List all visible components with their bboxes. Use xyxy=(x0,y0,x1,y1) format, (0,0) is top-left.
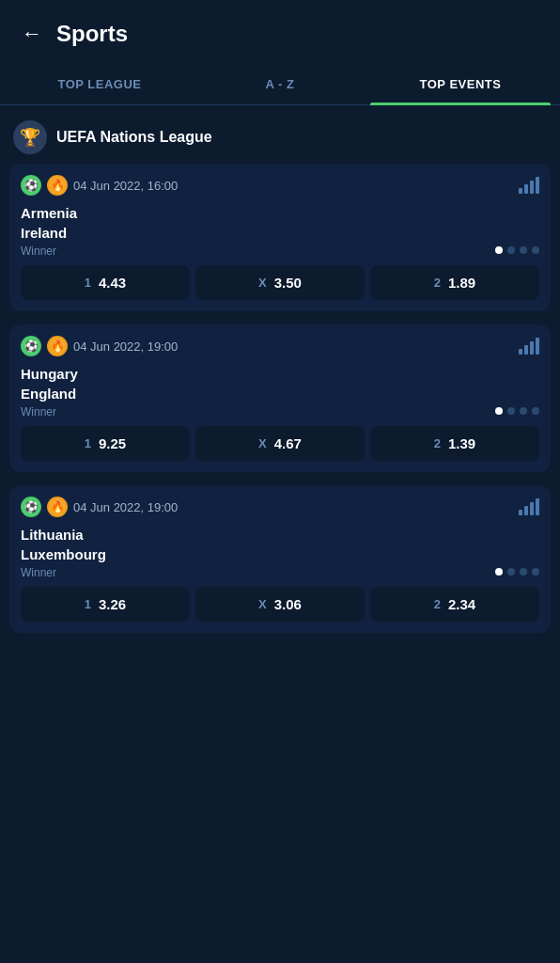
odds-button-3[interactable]: 2 2.34 xyxy=(370,587,539,622)
market-label: Winner xyxy=(21,405,56,418)
team1-name: Lithuania xyxy=(21,527,539,543)
dot-4 xyxy=(532,568,539,576)
league-name: UEFA Nations League xyxy=(56,129,212,146)
team1-name: Armenia xyxy=(21,205,539,221)
odds-value-2: 3.50 xyxy=(274,275,302,291)
stats-icon[interactable] xyxy=(519,177,539,194)
event-time: 04 Jun 2022, 16:00 xyxy=(73,179,178,193)
odds-value-1: 4.43 xyxy=(99,275,126,291)
tab-top-league[interactable]: TOP LEAGUE xyxy=(9,64,190,104)
stats-bar-1 xyxy=(519,349,522,355)
event-time: 04 Jun 2022, 19:00 xyxy=(73,339,178,354)
odds-label-1: 1 xyxy=(85,276,91,290)
dot-3 xyxy=(520,568,527,576)
team2-name: Luxembourg xyxy=(21,546,539,562)
event-time: 04 Jun 2022, 19:00 xyxy=(73,500,178,514)
back-arrow-icon: ← xyxy=(22,22,42,46)
odds-button-1[interactable]: 1 4.43 xyxy=(21,265,190,300)
odds-button-3[interactable]: 2 1.39 xyxy=(370,426,539,461)
tab-a-z[interactable]: A - Z xyxy=(190,64,370,104)
stats-bar-3 xyxy=(530,181,534,194)
stats-icon[interactable] xyxy=(519,338,539,355)
odds-label-3: 2 xyxy=(434,597,441,611)
back-button[interactable]: ← xyxy=(15,17,49,51)
odds-label-1: 1 xyxy=(85,597,91,611)
stats-bar-1 xyxy=(519,188,522,194)
tabs-bar: TOP LEAGUE A - Z TOP EVENTS xyxy=(0,64,560,105)
stats-bar-2 xyxy=(524,506,528,515)
pagination-dots xyxy=(495,407,539,415)
pagination-dots xyxy=(495,246,539,254)
team1-name: Hungary xyxy=(21,366,539,382)
stats-icon[interactable] xyxy=(519,498,539,515)
odds-label-2: X xyxy=(258,436,267,450)
market-label: Winner xyxy=(21,566,56,579)
odds-button-2[interactable]: X 3.50 xyxy=(195,265,365,300)
odds-label-3: 2 xyxy=(434,436,441,450)
dot-2 xyxy=(507,568,515,576)
odds-value-1: 9.25 xyxy=(99,435,126,451)
event-meta: ⚽ 🔥 04 Jun 2022, 19:00 xyxy=(21,336,539,356)
event-icons: ⚽ 🔥 04 Jun 2022, 19:00 xyxy=(21,336,178,356)
events-list: ⚽ 🔥 04 Jun 2022, 16:00 Armenia Ireland W… xyxy=(0,164,560,633)
stats-bar-4 xyxy=(536,177,539,194)
odds-value-3: 2.34 xyxy=(448,596,475,612)
dot-2 xyxy=(507,407,515,415)
odds-value-2: 3.06 xyxy=(274,596,302,612)
fire-icon: 🔥 xyxy=(47,336,68,356)
stats-bar-1 xyxy=(519,510,522,515)
stats-bar-4 xyxy=(536,338,539,355)
market-label: Winner xyxy=(21,245,56,258)
dot-1 xyxy=(495,407,503,415)
stats-bar-3 xyxy=(530,341,534,355)
dot-4 xyxy=(532,407,539,415)
event-card: ⚽ 🔥 04 Jun 2022, 19:00 Lithuania Luxembo… xyxy=(9,485,551,633)
odds-row: 1 9.25 X 4.67 2 1.39 xyxy=(21,426,539,461)
football-icon: ⚽ xyxy=(21,336,41,356)
event-icons: ⚽ 🔥 04 Jun 2022, 19:00 xyxy=(21,497,178,517)
odds-row: 1 3.26 X 3.06 2 2.34 xyxy=(21,587,539,622)
odds-value-1: 3.26 xyxy=(99,596,126,612)
odds-button-2[interactable]: X 4.67 xyxy=(195,426,365,461)
odds-value-3: 1.39 xyxy=(448,435,475,451)
dot-2 xyxy=(507,246,515,254)
pagination-dots xyxy=(495,568,539,576)
stats-bar-2 xyxy=(524,345,528,355)
stats-bar-4 xyxy=(536,498,539,515)
stats-bar-2 xyxy=(524,184,528,194)
odds-button-2[interactable]: X 3.06 xyxy=(195,587,365,622)
tab-top-events[interactable]: TOP EVENTS xyxy=(370,64,551,104)
event-meta: ⚽ 🔥 04 Jun 2022, 16:00 xyxy=(21,175,539,196)
odds-button-3[interactable]: 2 1.89 xyxy=(370,265,539,300)
team2-name: Ireland xyxy=(21,225,539,241)
odds-label-2: X xyxy=(258,276,267,290)
league-header: 🏆 UEFA Nations League xyxy=(0,105,560,164)
football-icon: ⚽ xyxy=(21,497,41,517)
event-card: ⚽ 🔥 04 Jun 2022, 16:00 Armenia Ireland W… xyxy=(9,164,551,311)
fire-icon: 🔥 xyxy=(47,497,68,517)
league-icon: 🏆 xyxy=(13,120,47,154)
header: ← Sports xyxy=(0,0,560,64)
event-card: ⚽ 🔥 04 Jun 2022, 19:00 Hungary England W… xyxy=(9,324,551,472)
event-meta: ⚽ 🔥 04 Jun 2022, 19:00 xyxy=(21,497,539,517)
dot-4 xyxy=(532,246,539,254)
odds-value-2: 4.67 xyxy=(274,435,302,451)
team2-name: England xyxy=(21,386,539,402)
dot-3 xyxy=(520,407,527,415)
fire-icon: 🔥 xyxy=(47,175,68,196)
dot-3 xyxy=(520,246,527,254)
odds-button-1[interactable]: 1 3.26 xyxy=(21,587,190,622)
odds-button-1[interactable]: 1 9.25 xyxy=(21,426,190,461)
dot-1 xyxy=(495,246,503,254)
odds-label-3: 2 xyxy=(434,276,441,290)
odds-row: 1 4.43 X 3.50 2 1.89 xyxy=(21,265,539,300)
dot-1 xyxy=(495,568,503,576)
odds-label-1: 1 xyxy=(85,436,91,450)
odds-value-3: 1.89 xyxy=(448,275,475,291)
event-icons: ⚽ 🔥 04 Jun 2022, 16:00 xyxy=(21,175,178,196)
page-title: Sports xyxy=(56,21,128,47)
odds-label-2: X xyxy=(258,597,267,611)
football-icon: ⚽ xyxy=(21,175,41,196)
stats-bar-3 xyxy=(530,502,534,515)
